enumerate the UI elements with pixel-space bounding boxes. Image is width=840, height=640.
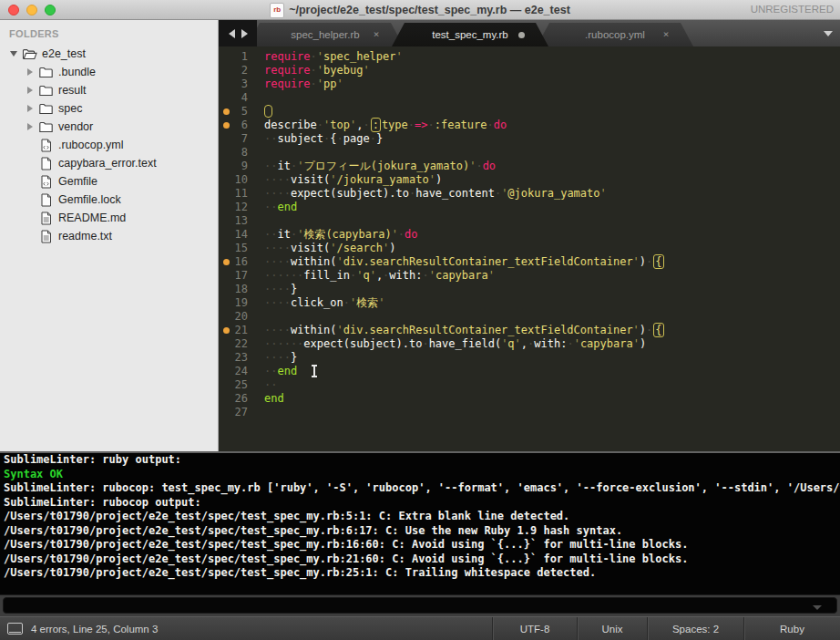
sidebar-item-label: vendor <box>58 120 93 133</box>
chevron-right-icon[interactable] <box>27 87 33 94</box>
code-line[interactable]: 25·· <box>219 378 840 392</box>
tab-overflow-menu-icon[interactable] <box>824 31 833 36</box>
sidebar-item-gemfile-lock[interactable]: Gemfile.lock <box>0 191 218 209</box>
linter-output-panel[interactable]: SublimeLinter: ruby output:Syntax OKSubl… <box>0 451 840 594</box>
code-line-text: ··end <box>261 201 297 214</box>
status-cell-spaces-2[interactable]: Spaces: 2 <box>647 617 743 640</box>
close-icon[interactable]: × <box>661 29 671 40</box>
code-line[interactable]: 12··end <box>219 201 840 214</box>
code-editor[interactable]: 1require·'spec_helper'2require·'byebug'3… <box>219 46 840 451</box>
chevron-down-icon[interactable] <box>813 605 822 610</box>
line-number: 22 <box>219 337 261 351</box>
panel-input-field[interactable] <box>3 597 837 614</box>
sidebar-item-label: README.md <box>58 212 126 224</box>
code-line[interactable]: 5 <box>219 105 840 119</box>
code-line[interactable]: 15····visit('/search') <box>219 242 840 255</box>
folder-icon <box>38 84 54 98</box>
code-line[interactable]: 19····click_on·'検索' <box>219 296 840 310</box>
folders-header: FOLDERS <box>0 20 218 45</box>
status-cell-ruby[interactable]: Ruby <box>743 617 840 640</box>
chevron-down-icon[interactable] <box>10 51 17 57</box>
linter-output-line: /Users/t01790/project/e2e_test/spec/test… <box>0 552 840 567</box>
sidebar-item-vendor[interactable]: vendor <box>0 118 218 136</box>
sidebar-tree: e2e_test.bundleresultspecvendor.rubocop.… <box>0 45 218 245</box>
tab-scroll-right-icon[interactable] <box>241 29 248 38</box>
file-text-icon <box>38 212 54 225</box>
chevron-right-icon[interactable] <box>27 105 33 112</box>
code-line[interactable]: 11····expect(subject).to·have_content·'@… <box>219 187 840 201</box>
line-number: 14 <box>219 228 261 242</box>
title-bar[interactable]: rb ~/project/e2e_test/spec/test_spec_my.… <box>0 0 840 20</box>
code-line[interactable]: 18····} <box>219 283 840 296</box>
code-line[interactable]: 26end <box>219 392 840 406</box>
code-line-text <box>261 214 264 228</box>
code-line[interactable]: 8 <box>219 146 840 160</box>
file-code-icon <box>38 175 54 189</box>
code-line-text: ····within('div.searchResultContainer_te… <box>261 255 665 269</box>
sidebar-item-gemfile[interactable]: Gemfile <box>0 172 218 191</box>
code-line[interactable]: 10····visit('/jokura_yamato') <box>219 173 840 187</box>
sidebar-item-readme-txt[interactable]: readme.txt <box>0 227 218 245</box>
linter-output-line: /Users/t01790/project/e2e_test/spec/test… <box>0 538 840 552</box>
tab-label: .rubocop.yml <box>585 29 645 40</box>
line-number: 19 <box>219 296 261 310</box>
sidebar-item-spec[interactable]: spec <box>0 99 218 118</box>
code-line[interactable]: 27 <box>219 406 840 419</box>
code-line[interactable]: 22······expect(subject).to·have_field('q… <box>219 337 840 351</box>
code-line[interactable]: 2require·'byebug' <box>219 64 840 77</box>
line-number: 26 <box>219 392 261 406</box>
code-line[interactable]: 21····within('div.searchResultContainer_… <box>219 324 840 337</box>
tab-spec-helper-rb[interactable]: spec_helper.rb× <box>247 23 404 46</box>
sidebar-item-label: capybara_error.text <box>58 157 157 170</box>
tab-bar: spec_helper.rb×test_spec_my.rb.rubocop.y… <box>219 20 840 46</box>
status-cell-utf-8[interactable]: UTF-8 <box>492 617 577 640</box>
code-line[interactable]: 20 <box>219 310 840 324</box>
line-number: 2 <box>219 64 261 77</box>
panel-toggle-icon[interactable] <box>7 623 23 635</box>
close-icon[interactable]: × <box>371 29 382 40</box>
sidebar-item-capybara-error-text[interactable]: capybara_error.text <box>0 154 218 172</box>
chevron-right-icon[interactable] <box>27 123 33 130</box>
line-number: 13 <box>219 214 261 228</box>
sidebar-item-e2e-test[interactable]: e2e_test <box>0 45 218 63</box>
line-number: 24 <box>219 365 261 378</box>
folder-icon <box>38 120 54 134</box>
code-line-text: end <box>261 392 284 406</box>
code-line[interactable]: 16····within('div.searchResultContainer_… <box>219 255 840 269</box>
folder-open-icon <box>22 47 37 61</box>
linter-output-line: /Users/t01790/project/e2e_test/spec/test… <box>0 566 840 581</box>
sidebar-item-label: result <box>58 84 87 97</box>
code-line[interactable]: 17······fill_in·'q',·with:·'capybara' <box>219 269 840 283</box>
app-window: rb ~/project/e2e_test/spec/test_spec_my.… <box>0 0 840 640</box>
linter-output-line: SublimeLinter: rubocop: test_spec_my.rb … <box>0 481 840 496</box>
code-line[interactable]: 14··it·'検索(capybara)'·do <box>219 228 840 242</box>
code-line[interactable]: 7··subject·{·page·} <box>219 132 840 146</box>
code-line-text <box>261 105 272 119</box>
tab-test-spec-my-rb[interactable]: test_spec_my.rb <box>392 23 548 46</box>
sidebar-item-result[interactable]: result <box>0 81 218 99</box>
code-line[interactable]: 1require·'spec_helper' <box>219 50 840 64</box>
tab-rubocop-yml[interactable]: .rubocop.yml× <box>537 23 693 46</box>
code-line-text: ··it·'検索(capybara)'·do <box>261 228 418 242</box>
tab-scroll-left-icon[interactable] <box>229 29 235 38</box>
code-line[interactable]: 6describe·'top',·:type·=>·:feature·do <box>219 119 840 132</box>
ruby-file-icon: rb <box>270 3 284 18</box>
tab-label: test_spec_my.rb <box>432 29 508 40</box>
line-number: 8 <box>219 146 261 160</box>
sidebar-item-rubocop-yml[interactable]: .rubocop.yml <box>0 136 218 154</box>
chevron-right-icon[interactable] <box>27 68 33 76</box>
sidebar-item-readme-md[interactable]: README.md <box>0 209 218 227</box>
code-line-text <box>261 146 264 160</box>
folder-icon <box>38 102 54 116</box>
code-line[interactable]: 23····} <box>219 351 840 365</box>
code-line-text: ····} <box>261 351 297 365</box>
line-number: 3 <box>219 77 261 91</box>
file-plain-icon <box>38 193 54 207</box>
sidebar: FOLDERS e2e_test.bundleresultspecvendor.… <box>0 20 219 451</box>
sidebar-item-bundle[interactable]: .bundle <box>0 63 218 81</box>
code-line[interactable]: 9··it·'プロフィール(jokura_yamato)'·do <box>219 160 840 173</box>
code-line[interactable]: 3require·'pp' <box>219 77 840 91</box>
status-cell-unix[interactable]: Unix <box>577 617 647 640</box>
code-line[interactable]: 13 <box>219 214 840 228</box>
code-line[interactable]: 4 <box>219 91 840 105</box>
